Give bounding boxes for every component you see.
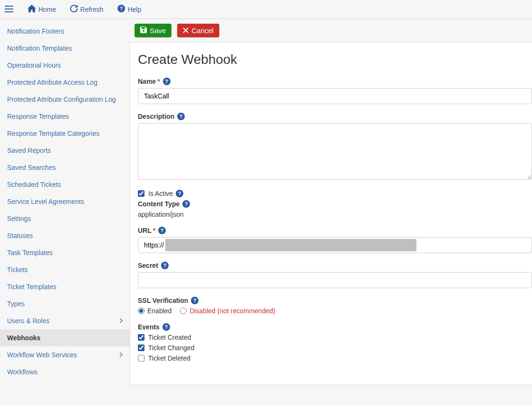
sidebar-item-label: Settings	[7, 215, 31, 222]
sidebar-item-label: Workflow Web Services	[7, 351, 77, 359]
ssl-enabled-radio[interactable]	[138, 308, 144, 314]
sidebar-item[interactable]: Protected Attribute Access Log	[0, 74, 130, 91]
sidebar-item[interactable]: Protected Attribute Configuration Log	[0, 91, 130, 108]
sidebar: Notification FootersNotification Templat…	[0, 19, 130, 406]
url-redacted	[165, 239, 416, 251]
secret-input[interactable]	[138, 272, 532, 288]
sidebar-item-label: Statuses	[7, 232, 33, 239]
name-label: Name* ?	[138, 78, 532, 85]
sidebar-item[interactable]: Notification Footers	[0, 23, 130, 40]
ssl-disabled-option[interactable]: Disabled (not recommended)	[180, 307, 275, 315]
main-content: Save Cancel Create Webhook Name* ?	[130, 19, 532, 406]
sidebar-item-label: Ticket Templates	[7, 283, 56, 291]
save-icon	[140, 26, 147, 35]
sidebar-item-label: Protected Attribute Configuration Log	[7, 96, 116, 103]
sidebar-item-label: Users & Roles	[7, 317, 49, 325]
sidebar-item-label: Webhooks	[7, 334, 41, 342]
name-input[interactable]	[138, 88, 532, 104]
sidebar-item[interactable]: Service Level Agreements	[0, 193, 130, 210]
sidebar-item-label: Protected Attribute Access Log	[7, 79, 98, 86]
sidebar-item[interactable]: Ticket Templates	[0, 278, 130, 295]
is-active-label: Is Active	[148, 190, 173, 197]
event-option[interactable]: Ticket Created	[138, 334, 532, 341]
sidebar-item[interactable]: Saved Reports	[0, 142, 130, 159]
sidebar-item[interactable]: Workflow Web Services	[0, 346, 130, 363]
nav-help-label: Help	[127, 6, 141, 13]
sidebar-item-label: Workflows	[7, 368, 37, 376]
sidebar-item[interactable]: Scheduled Tickets	[0, 176, 130, 193]
event-option[interactable]: Ticket Changed	[138, 344, 532, 352]
sidebar-item[interactable]: Users & Roles	[0, 312, 130, 329]
content-type-value: application/json	[138, 211, 532, 218]
nav-refresh[interactable]: Refresh	[70, 5, 103, 14]
sidebar-item[interactable]: Workflows	[0, 363, 130, 380]
nav-home-label: Home	[38, 6, 56, 13]
sidebar-item[interactable]: Operational Hours	[0, 57, 130, 74]
cancel-button-label: Cancel	[191, 26, 214, 35]
sidebar-item-label: Types	[7, 300, 25, 308]
description-label: Description ?	[138, 113, 532, 120]
secret-label: Secret ?	[138, 262, 532, 269]
ssl-disabled-radio[interactable]	[180, 308, 187, 314]
refresh-icon	[70, 5, 78, 14]
event-label: Ticket Deleted	[148, 354, 190, 362]
sidebar-item[interactable]: Notification Templates	[0, 40, 130, 57]
event-label: Ticket Changed	[148, 344, 195, 352]
svg-text:?: ?	[120, 6, 123, 11]
content-type-label: Content Type ?	[138, 200, 532, 208]
sidebar-item-label: Service Level Agreements	[7, 198, 84, 205]
help-icon[interactable]: ?	[177, 113, 185, 120]
url-label: URL* ?	[138, 227, 532, 234]
action-bar: Save Cancel	[130, 19, 532, 42]
sidebar-item[interactable]: Webhooks	[0, 329, 130, 346]
cancel-button[interactable]: Cancel	[177, 24, 219, 37]
ssl-label: SSL Verification ?	[138, 297, 532, 304]
description-input[interactable]	[138, 123, 532, 180]
event-option[interactable]: Ticket Deleted	[138, 354, 532, 362]
nav-refresh-label: Refresh	[80, 6, 103, 13]
event-checkbox[interactable]	[138, 344, 144, 351]
ssl-enabled-option[interactable]: Enabled	[138, 307, 171, 315]
help-icon[interactable]: ?	[162, 323, 170, 331]
topbar: Home Refresh ? Help	[0, 0, 532, 19]
sidebar-item[interactable]: Tickets	[0, 261, 130, 278]
help-icon[interactable]: ?	[163, 78, 171, 85]
event-label: Ticket Created	[148, 334, 191, 341]
sidebar-item[interactable]: Types	[0, 295, 130, 312]
sidebar-item-label: Notification Footers	[7, 27, 64, 35]
save-button-label: Save	[150, 26, 166, 35]
help-icon[interactable]: ?	[176, 190, 183, 197]
event-checkbox[interactable]	[138, 355, 144, 362]
event-checkbox[interactable]	[138, 334, 144, 341]
help-icon[interactable]: ?	[191, 297, 198, 304]
page-title: Create Webhook	[138, 52, 532, 67]
sidebar-item-label: Saved Searches	[7, 164, 56, 171]
sidebar-item[interactable]: Response Template Categories	[0, 125, 130, 142]
sidebar-item[interactable]: Saved Searches	[0, 159, 130, 176]
sidebar-item-label: Saved Reports	[7, 147, 51, 154]
menu-icon[interactable]	[5, 4, 13, 15]
help-icon[interactable]: ?	[158, 227, 166, 234]
nav-home[interactable]: Home	[27, 5, 56, 14]
sidebar-item[interactable]: Statuses	[0, 227, 130, 244]
sidebar-item-label: Task Templates	[7, 249, 53, 256]
help-icon: ?	[117, 5, 125, 14]
nav-help[interactable]: ? Help	[117, 5, 141, 14]
sidebar-item-label: Response Templates	[7, 113, 69, 120]
save-button[interactable]: Save	[135, 24, 171, 37]
chevron-right-icon	[119, 352, 123, 358]
sidebar-item[interactable]: Task Templates	[0, 244, 130, 261]
close-icon	[183, 27, 189, 35]
sidebar-item[interactable]: Response Templates	[0, 108, 130, 125]
sidebar-item[interactable]: Settings	[0, 210, 130, 227]
chevron-right-icon	[119, 318, 123, 324]
events-label: Events ?	[138, 323, 532, 331]
sidebar-item-label: Operational Hours	[7, 62, 61, 69]
help-icon[interactable]: ?	[182, 200, 190, 208]
sidebar-item-label: Scheduled Tickets	[7, 181, 61, 188]
sidebar-item-label: Notification Templates	[7, 44, 72, 52]
is-active-checkbox[interactable]	[138, 190, 144, 197]
sidebar-item-label: Response Template Categories	[7, 130, 99, 137]
home-icon	[27, 5, 36, 14]
help-icon[interactable]: ?	[161, 262, 169, 269]
